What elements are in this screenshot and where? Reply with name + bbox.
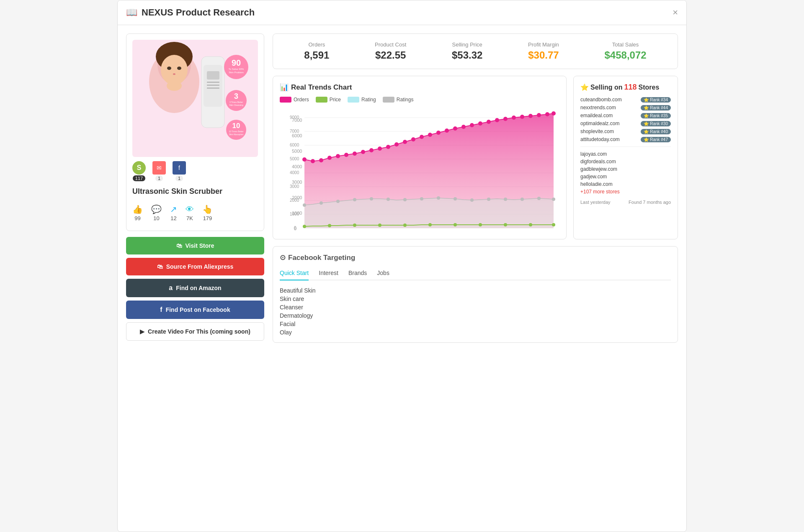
svg-point-8 — [167, 81, 182, 91]
aliexpress-label: Source From Aliexpress — [166, 263, 234, 270]
create-video-label: Create Video For This (coming soon) — [148, 328, 250, 335]
price-swatch — [316, 97, 327, 103]
svg-text:6000: 6000 — [290, 143, 299, 147]
interest-item: Skin care — [280, 296, 671, 302]
svg-point-108 — [454, 223, 457, 226]
svg-point-78 — [503, 117, 508, 121]
svg-text:Skin Problem: Skin Problem — [229, 71, 244, 74]
svg-point-110 — [504, 223, 507, 226]
svg-point-101 — [552, 198, 555, 201]
interest-item: Facial — [280, 321, 671, 327]
svg-point-56 — [319, 158, 323, 162]
stores-title: ⭐ Selling on 118 Stores — [580, 83, 671, 92]
svg-point-67 — [411, 137, 415, 141]
amazon-icon: a — [169, 284, 173, 292]
store-item: nexxtrends.com ⭐ Rank #44 — [580, 105, 671, 111]
svg-text:90: 90 — [232, 58, 241, 67]
svg-point-91 — [387, 198, 390, 201]
facebook-post-button[interactable]: f Find Post on Facebook — [126, 301, 264, 319]
store-name: optimaldealz.com — [580, 121, 619, 126]
svg-point-63 — [378, 146, 382, 151]
tab-quick-start[interactable]: Quick Start — [280, 267, 309, 280]
star-icon: ⭐ — [580, 83, 589, 91]
create-video-button[interactable]: ▶ Create Video For This (coming soon) — [126, 322, 264, 341]
store-name: cuteandbomb.com — [580, 97, 622, 103]
book-icon: 📖 — [126, 7, 137, 18]
svg-point-69 — [428, 133, 432, 137]
svg-point-109 — [479, 223, 482, 226]
shopify-social-item: S 117 — [132, 161, 146, 181]
svg-point-66 — [403, 140, 407, 144]
selling-price-value: $53.32 — [452, 49, 482, 61]
shares-stat: ↗ 12 — [170, 204, 177, 221]
tab-brands[interactable]: Brands — [348, 267, 367, 280]
svg-rect-12 — [207, 82, 219, 83]
svg-point-98 — [504, 198, 507, 201]
svg-point-59 — [344, 153, 348, 157]
rating-swatch — [348, 97, 359, 103]
trend-chart-svg: 0 1000 2000 3000 4000 5000 6000 7000 — [280, 107, 559, 232]
stores-count: 118 — [624, 83, 636, 92]
svg-point-57 — [327, 156, 332, 160]
svg-point-75 — [478, 121, 482, 126]
svg-point-64 — [386, 145, 390, 149]
visit-store-button[interactable]: 🛍 Visit Store — [126, 237, 264, 254]
chart-container: 0 1000 2000 3000 4000 5000 6000 7000 — [280, 107, 559, 232]
svg-text:10: 10 — [232, 122, 240, 130]
amazon-button[interactable]: a Find on Amazon — [126, 279, 264, 297]
ratings-legend-label: Ratings — [397, 97, 414, 103]
tmail-icon: ✉ — [152, 161, 166, 175]
chart-section: 📊 Real Trends Chart Orders Price — [273, 76, 567, 239]
svg-text:5000: 5000 — [290, 157, 299, 161]
tab-jobs[interactable]: Jobs — [377, 267, 389, 280]
shopify-icon: S — [132, 161, 146, 175]
aliexpress-button[interactable]: 🛍 Source From Aliexpress — [126, 258, 264, 275]
svg-point-92 — [403, 198, 407, 201]
close-button[interactable]: × — [673, 7, 678, 18]
clicks-count: 179 — [203, 215, 212, 221]
product-cost-value: $22.55 — [375, 49, 406, 61]
product-image-area: 90 To Solve 90% Skin Problem 3 3 Times B… — [132, 40, 258, 157]
svg-text:Skin Cleansing: Skin Cleansing — [229, 104, 243, 106]
main-content: 90 To Solve 90% Skin Problem 3 3 Times B… — [118, 25, 686, 351]
orders-label: Orders — [304, 41, 329, 48]
more-stores-link[interactable]: +107 more stores — [580, 189, 671, 195]
action-buttons: 🛍 Visit Store 🛍 Source From Aliexpress a… — [126, 237, 264, 341]
share-icon: ↗ — [170, 204, 177, 214]
store-name: attitudetoday.com — [580, 136, 620, 142]
fb-targeting-title-text: Facebook Targeting — [288, 254, 355, 262]
total-sales-value: $458,072 — [604, 49, 646, 61]
svg-point-102 — [303, 225, 306, 228]
svg-point-95 — [454, 197, 457, 200]
svg-point-97 — [487, 198, 490, 201]
rank-badge: ⭐ Rank #40 — [641, 129, 671, 134]
chart-icon: 📊 — [280, 83, 289, 92]
svg-text:3: 3 — [234, 92, 238, 100]
amazon-label: Find on Amazon — [176, 285, 221, 291]
fb-tabs: Quick Start Interest Brands Jobs — [280, 267, 671, 280]
store-plain-item: helloladie.com — [580, 181, 671, 187]
svg-point-105 — [378, 224, 381, 227]
store-item: optimaldealz.com ⭐ Rank #30 — [580, 121, 671, 126]
product-name: Ultrasonic Skin Scrubber — [132, 187, 258, 196]
tab-interest[interactable]: Interest — [319, 267, 338, 280]
svg-point-55 — [311, 159, 315, 163]
svg-point-103 — [328, 224, 331, 227]
svg-text:7000: 7000 — [290, 129, 299, 134]
svg-text:4000: 4000 — [290, 170, 299, 175]
profit-margin-label: Profit Margin — [528, 41, 559, 48]
store-item: cuteandbomb.com ⭐ Rank #34 — [580, 97, 671, 103]
svg-point-62 — [369, 148, 374, 152]
svg-point-83 — [545, 112, 549, 116]
svg-text:10 Times Better: 10 Times Better — [229, 130, 243, 133]
svg-text:Skin Absorption: Skin Absorption — [229, 133, 244, 136]
store-plain-item: gadjew.com — [580, 174, 671, 180]
svg-text:3 Times Better: 3 Times Better — [229, 101, 243, 103]
store-name: emaildeal.com — [580, 113, 613, 118]
facebook-targeting-section: ⊙ Facebook Targeting Quick Start Interes… — [273, 246, 678, 343]
svg-text:1000: 1000 — [290, 212, 299, 216]
svg-point-4 — [161, 55, 188, 85]
svg-point-99 — [521, 198, 524, 201]
total-sales-stat-block: Total Sales $458,072 — [604, 41, 646, 61]
window-title: NEXUS Product Research — [142, 7, 255, 18]
